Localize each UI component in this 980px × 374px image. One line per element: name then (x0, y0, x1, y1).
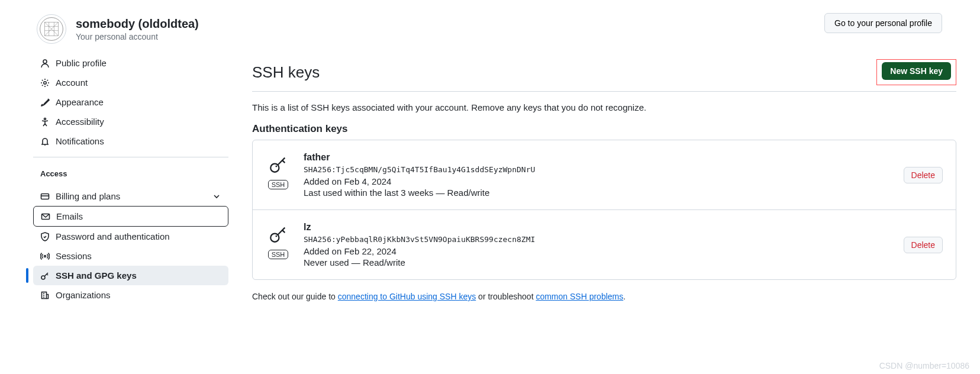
link-ssh-guide[interactable]: connecting to GitHub using SSH keys (338, 292, 476, 301)
gear-icon (40, 78, 50, 88)
sidebar-item-label: Emails (56, 211, 83, 221)
sidebar-item-account[interactable]: Account (33, 73, 228, 92)
key-last-used: Last used within the last 3 weeks — Read… (304, 188, 891, 198)
ssh-footer-text: Check out our guide to connecting to Git… (252, 292, 956, 301)
svg-point-10 (44, 118, 46, 120)
key-last-used: Never used — Read/write (304, 257, 891, 267)
profile-display-name: somebody (oldoldtea) (76, 17, 199, 31)
shield-icon (40, 232, 50, 241)
bell-icon (40, 137, 50, 146)
nav-group-general: Public profile Account Appearance Access… (33, 53, 228, 151)
new-ssh-key-button[interactable]: New SSH key (882, 62, 951, 80)
sidebar-item-label: Password and authentication (56, 231, 170, 241)
sidebar-item-public-profile[interactable]: Public profile (33, 53, 228, 73)
main-content: SSH keys New SSH key This is a list of S… (252, 14, 956, 305)
sidebar-item-billing[interactable]: Billing and plans (33, 186, 228, 206)
link-ssh-problems[interactable]: common SSH problems (536, 292, 623, 301)
ssh-key-row: SSH father SHA256:Tjc5cqBMN/g5QiTq4T5IfB… (253, 140, 956, 209)
access-heading: Access (33, 163, 228, 182)
sidebar-item-label: Sessions (56, 251, 92, 261)
profile-subtitle: Your personal account (76, 32, 199, 41)
ssh-keys-description: This is a list of SSH keys associated wi… (252, 102, 956, 112)
sidebar-item-appearance[interactable]: Appearance (33, 92, 228, 112)
delete-key-button[interactable]: Delete (904, 167, 943, 183)
svg-point-19 (270, 234, 279, 242)
ssh-badge: SSH (268, 250, 289, 259)
sidebar-item-sessions[interactable]: Sessions (33, 246, 228, 266)
sidebar-item-label: Accessibility (56, 117, 104, 127)
sidebar-item-ssh-gpg[interactable]: SSH and GPG keys (33, 266, 228, 285)
sidebar-item-label: Appearance (56, 97, 104, 107)
chevron-down-icon (212, 192, 221, 201)
key-fingerprint: SHA256:yPebbaqlR0jKkbN3vSt5VN9OpaiuKBRS9… (304, 235, 891, 244)
accessibility-icon (40, 117, 50, 127)
sidebar-item-label: Public profile (56, 58, 107, 68)
sidebar-item-notifications[interactable]: Notifications (33, 131, 228, 151)
settings-sidebar: somebody (oldoldtea) Your personal accou… (33, 14, 228, 305)
brush-icon (40, 98, 50, 107)
svg-point-17 (270, 164, 279, 172)
delete-key-button[interactable]: Delete (904, 237, 943, 253)
credit-card-icon (40, 192, 50, 201)
ssh-key-list: SSH father SHA256:Tjc5cqBMN/g5QiTq4T5IfB… (252, 140, 956, 280)
ssh-key-row: SSH lz SHA256:yPebbaqlR0jKkbN3vSt5VN9Opa… (253, 209, 956, 279)
organization-icon (40, 291, 50, 300)
svg-point-8 (43, 60, 47, 63)
svg-point-18 (275, 166, 277, 167)
avatar[interactable] (37, 14, 66, 44)
svg-point-20 (275, 236, 277, 237)
sidebar-item-label: Account (56, 78, 88, 88)
svg-point-14 (44, 255, 46, 257)
svg-point-9 (44, 81, 46, 83)
key-name: lz (304, 222, 891, 233)
sidebar-item-label: Notifications (56, 136, 104, 146)
page-title: SSH keys (252, 63, 320, 82)
key-icon (40, 271, 50, 280)
ssh-badge: SSH (268, 180, 289, 189)
key-icon (268, 154, 288, 176)
highlight-new-key: New SSH key (876, 59, 956, 85)
divider (33, 157, 228, 157)
key-fingerprint: SHA256:Tjc5cqBMN/g5QiTq4T5IfBau1y4G1sddS… (304, 165, 891, 174)
sidebar-item-label: Billing and plans (56, 191, 120, 201)
sidebar-item-emails[interactable]: Emails (33, 206, 228, 227)
svg-rect-11 (41, 194, 49, 199)
auth-keys-heading: Authentication keys (252, 123, 956, 135)
key-icon (268, 224, 288, 246)
sidebar-item-label: Organizations (56, 290, 111, 300)
profile-header: somebody (oldoldtea) Your personal accou… (33, 14, 228, 44)
key-name: father (304, 152, 891, 163)
nav-group-access: Billing and plans Emails Password and au… (33, 186, 228, 305)
key-added: Added on Feb 22, 2024 (304, 246, 891, 256)
mail-icon (41, 212, 50, 221)
sidebar-item-password[interactable]: Password and authentication (33, 227, 228, 246)
sidebar-item-organizations[interactable]: Organizations (33, 285, 228, 305)
sidebar-item-accessibility[interactable]: Accessibility (33, 112, 228, 131)
sidebar-item-label: SSH and GPG keys (56, 270, 137, 280)
person-icon (40, 59, 50, 68)
key-added: Added on Feb 4, 2024 (304, 176, 891, 186)
broadcast-icon (40, 252, 50, 261)
